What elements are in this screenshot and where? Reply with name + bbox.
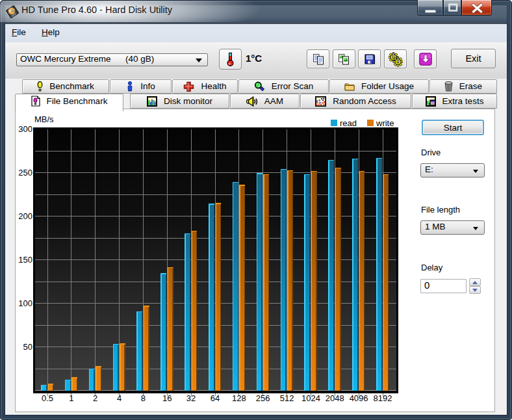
svg-text:150: 150 xyxy=(18,255,32,265)
svg-text:256: 256 xyxy=(256,393,270,403)
svg-text:1024: 1024 xyxy=(301,393,320,403)
svg-text:16: 16 xyxy=(162,393,172,403)
svg-text:8: 8 xyxy=(141,393,146,403)
svg-text:read: read xyxy=(340,118,357,128)
svg-text:64: 64 xyxy=(211,393,220,403)
svg-text:100: 100 xyxy=(18,298,32,308)
svg-text:128: 128 xyxy=(232,393,246,403)
svg-text:2: 2 xyxy=(93,393,97,403)
svg-text:write: write xyxy=(376,118,394,128)
svg-text:250: 250 xyxy=(18,168,32,177)
svg-text:2048: 2048 xyxy=(326,393,344,403)
svg-text:512: 512 xyxy=(280,393,294,403)
svg-text:200: 200 xyxy=(18,211,32,221)
svg-text:8192: 8192 xyxy=(374,393,392,403)
svg-text:4: 4 xyxy=(117,393,122,403)
svg-text:MB/s: MB/s xyxy=(34,114,54,124)
svg-text:1: 1 xyxy=(69,393,73,403)
svg-text:50: 50 xyxy=(23,342,32,352)
svg-text:4096: 4096 xyxy=(350,393,368,403)
svg-text:32: 32 xyxy=(186,393,196,403)
svg-text:300: 300 xyxy=(18,124,32,134)
svg-text:0.5: 0.5 xyxy=(42,393,53,403)
